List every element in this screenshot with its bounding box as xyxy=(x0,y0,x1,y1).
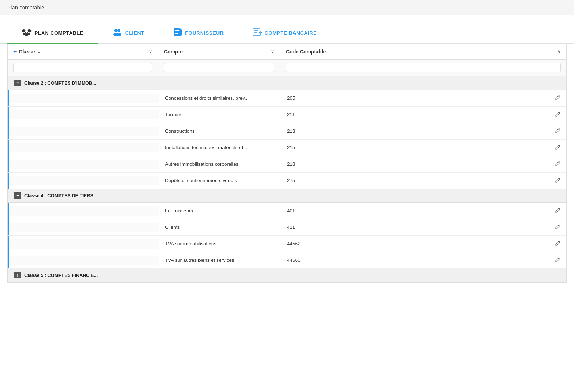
cell-compte-autres-immo: Autres immobilisations corporelles xyxy=(159,157,281,171)
sort-asc-icon: ▲ xyxy=(37,49,41,54)
code-value: 411 xyxy=(287,225,295,230)
table-container: + Classe ▲ ∨ Compte ∨ Code Comptable ∨ xyxy=(7,44,567,283)
tab-plan-comptable[interactable]: PLAN COMPTABLE xyxy=(7,22,98,44)
cell-classe-empty xyxy=(9,110,159,119)
group-label-classe4: − Classe 4 : COMPTES DE TIERS ... xyxy=(14,192,165,199)
code-value: 275 xyxy=(287,178,295,183)
cell-code-44566: 44566 xyxy=(281,252,566,268)
col-code-label: Code Comptable xyxy=(286,49,326,55)
filter-cell-classe xyxy=(8,62,158,74)
client-icon xyxy=(112,28,122,38)
cell-compte-depots: Dépôts et cautionnements versés xyxy=(159,173,281,188)
edit-213-icon[interactable] xyxy=(555,128,561,134)
cell-code-211: 211 xyxy=(281,107,566,123)
filter-row xyxy=(8,60,566,76)
edit-44566-icon[interactable] xyxy=(555,257,561,264)
code-value: 218 xyxy=(287,161,295,167)
cell-compte-fournisseurs: Fournisseurs xyxy=(159,203,281,218)
table-row: Fournisseurs 401 xyxy=(8,203,566,219)
tab-bancaire-label: COMPTE BANCAIRE xyxy=(265,30,317,36)
cell-compte-constructions: Constructions xyxy=(159,124,281,138)
expand-classe5-icon[interactable]: + xyxy=(14,272,21,278)
group-label-classe5: + Classe 5 : COMPTES FINANCIE... xyxy=(14,272,165,278)
cell-classe-empty xyxy=(9,206,159,216)
cell-code-218: 218 xyxy=(281,156,566,172)
filter-code-input[interactable] xyxy=(286,63,561,72)
filter-compte-input[interactable] xyxy=(164,63,274,72)
collapse-classe2-icon[interactable]: − xyxy=(14,80,21,86)
cell-compte-tva-biens: TVA sur autres biens et services xyxy=(159,253,281,268)
cell-classe-empty xyxy=(9,127,159,136)
cell-compte-tva-immo: TVA sur immobilisations xyxy=(159,236,281,251)
edit-218-icon[interactable] xyxy=(555,161,561,167)
cell-code-411: 411 xyxy=(281,219,566,235)
table-header: + Classe ▲ ∨ Compte ∨ Code Comptable ∨ xyxy=(8,44,566,60)
bancaire-icon xyxy=(253,28,262,38)
cell-compte-concessions: Concessions et droits similaires, brev..… xyxy=(159,91,281,105)
collapse-classe4-icon[interactable]: − xyxy=(14,192,21,199)
col-compte-chevron[interactable]: ∨ xyxy=(271,49,274,54)
svg-rect-3 xyxy=(28,33,30,35)
filter-classe-input[interactable] xyxy=(13,63,152,72)
table-row: Terrains 211 xyxy=(8,107,566,123)
svg-rect-11 xyxy=(175,32,180,32)
table-row: TVA sur autres biens et services 44566 xyxy=(8,252,566,268)
cell-classe-empty xyxy=(9,176,159,185)
edit-211-icon[interactable] xyxy=(555,111,561,118)
cell-classe-empty xyxy=(9,160,159,169)
group-classe2-text: Classe 2 : COMPTES D'IMMOB... xyxy=(24,80,96,86)
table-row: Dépôts et cautionnements versés 275 xyxy=(8,173,566,189)
tab-plan-label: PLAN COMPTABLE xyxy=(34,30,84,36)
edit-401-icon[interactable] xyxy=(555,207,561,214)
svg-point-5 xyxy=(114,29,117,32)
filter-cell-compte xyxy=(158,62,280,74)
tab-bancaire[interactable]: COMPTE BANCAIRE xyxy=(238,22,331,44)
svg-rect-2 xyxy=(23,33,25,35)
table-row: Clients 411 xyxy=(8,219,566,236)
cell-code-44562: 44562 xyxy=(281,236,566,252)
edit-411-icon[interactable] xyxy=(555,224,561,231)
cell-code-213: 213 xyxy=(281,123,566,139)
main-content: + Classe ▲ ∨ Compte ∨ Code Comptable ∨ xyxy=(0,44,574,283)
group-classe4-text: Classe 4 : COMPTES DE TIERS ... xyxy=(24,193,99,198)
edit-44562-icon[interactable] xyxy=(555,240,561,247)
group-classe5-text: Classe 5 : COMPTES FINANCIE... xyxy=(24,273,98,278)
page-title: Plan comptable xyxy=(7,4,44,10)
group-row-classe4: − Classe 4 : COMPTES DE TIERS ... xyxy=(8,189,566,203)
cell-classe-empty xyxy=(9,94,159,103)
code-value: 213 xyxy=(287,128,295,134)
col-header-code[interactable]: Code Comptable ∨ xyxy=(280,44,566,59)
cell-code-205: 205 xyxy=(281,90,566,106)
title-bar: Plan comptable xyxy=(0,0,574,15)
col-code-chevron[interactable]: ∨ xyxy=(557,49,561,54)
col-header-classe[interactable]: + Classe ▲ ∨ xyxy=(8,44,158,59)
fournisseur-icon xyxy=(173,28,182,38)
svg-rect-1 xyxy=(28,29,31,32)
cell-classe-empty xyxy=(9,239,159,249)
group-row-classe5: + Classe 5 : COMPTES FINANCIE... xyxy=(8,268,566,282)
edit-215-icon[interactable] xyxy=(555,144,561,151)
group-classe2: − Classe 2 : COMPTES D'IMMOB... Concessi… xyxy=(8,76,566,189)
col-compte-label: Compte xyxy=(164,49,183,55)
tab-fournisseur[interactable]: FOURNISSEUR xyxy=(159,22,238,44)
svg-point-8 xyxy=(116,33,121,36)
tab-client-label: CLIENT xyxy=(125,30,145,36)
edit-205-icon[interactable] xyxy=(555,95,561,101)
svg-point-6 xyxy=(117,29,120,32)
add-classe-icon[interactable]: + xyxy=(13,48,17,55)
table-row: Concessions et droits similaires, brev..… xyxy=(8,90,566,107)
col-header-compte[interactable]: Compte ∨ xyxy=(158,44,280,59)
cell-classe-empty xyxy=(9,143,159,152)
cell-code-275: 275 xyxy=(281,173,566,189)
tab-client[interactable]: CLIENT xyxy=(98,22,159,44)
cell-classe-empty xyxy=(9,256,159,265)
cell-compte-installations: Installations techniques, matériels et .… xyxy=(159,140,281,155)
code-value: 205 xyxy=(287,95,295,101)
code-value: 44562 xyxy=(287,241,301,246)
cell-compte-clients: Clients xyxy=(159,220,281,235)
plan-comptable-icon xyxy=(22,28,32,38)
table-row: TVA sur immobilisations 44562 xyxy=(8,236,566,252)
edit-275-icon[interactable] xyxy=(555,177,561,184)
col-classe-chevron[interactable]: ∨ xyxy=(149,49,152,54)
svg-rect-12 xyxy=(175,33,178,34)
